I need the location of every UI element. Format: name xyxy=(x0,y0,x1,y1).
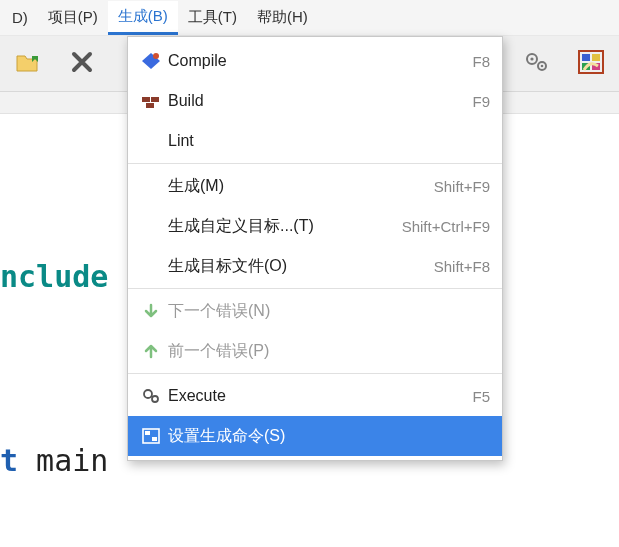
svg-point-10 xyxy=(153,53,159,59)
menu-compile[interactable]: Compile F8 xyxy=(128,41,502,81)
svg-point-15 xyxy=(152,396,158,402)
svg-rect-13 xyxy=(146,103,154,108)
menu-set-build-commands[interactable]: 设置生成命令(S) xyxy=(128,416,502,456)
arrow-up-icon xyxy=(136,342,166,360)
svg-rect-6 xyxy=(592,54,600,61)
menu-label: 生成目标文件(O) xyxy=(166,256,424,277)
menu-accel: Shift+Ctrl+F9 xyxy=(392,218,490,235)
menu-accel: Shift+F9 xyxy=(424,178,490,195)
svg-point-1 xyxy=(530,57,533,60)
menu-item-build[interactable]: 生成(B) xyxy=(108,1,178,35)
code-token: main xyxy=(18,443,108,478)
menu-accel: F8 xyxy=(462,53,490,70)
build-menu-dropdown: Compile F8 Build F9 Lint 生成(M) Shift+F9 … xyxy=(127,36,503,461)
menu-label: 生成自定义目标...(T) xyxy=(166,216,392,237)
close-icon xyxy=(71,51,93,76)
code-token: t xyxy=(0,443,18,478)
settings-button[interactable] xyxy=(523,50,551,78)
menu-build[interactable]: Build F9 xyxy=(128,81,502,121)
menu-item-tools[interactable]: 工具(T) xyxy=(178,2,247,33)
menu-make-object[interactable]: 生成目标文件(O) Shift+F8 xyxy=(128,246,502,286)
svg-rect-18 xyxy=(152,437,157,441)
code-token: nclude xyxy=(0,259,108,294)
compile-icon xyxy=(136,52,166,70)
menu-separator xyxy=(128,163,502,164)
menu-accel: F9 xyxy=(462,93,490,110)
menu-prev-error: 前一个错误(P) xyxy=(128,331,502,371)
menubar: D) 项目(P) 生成(B) 工具(T) 帮助(H) xyxy=(0,0,619,36)
menu-separator xyxy=(128,288,502,289)
menu-item-project[interactable]: 项目(P) xyxy=(38,2,108,33)
svg-rect-11 xyxy=(142,97,150,102)
menu-item-help[interactable]: 帮助(H) xyxy=(247,2,318,33)
svg-rect-12 xyxy=(151,97,159,102)
menu-label: Build xyxy=(166,92,462,110)
menu-label: 设置生成命令(S) xyxy=(166,426,490,447)
menu-accel: Shift+F8 xyxy=(424,258,490,275)
svg-rect-17 xyxy=(145,431,150,435)
build-icon xyxy=(136,93,166,109)
menu-label: Lint xyxy=(166,132,480,150)
menu-make-custom[interactable]: 生成自定义目标...(T) Shift+Ctrl+F9 xyxy=(128,206,502,246)
menu-separator xyxy=(128,373,502,374)
svg-point-3 xyxy=(541,65,544,68)
svg-point-14 xyxy=(144,390,152,398)
panel-icon xyxy=(136,428,166,444)
color-picker-icon xyxy=(578,50,604,77)
menu-label: 下一个错误(N) xyxy=(166,301,490,322)
menu-lint[interactable]: Lint xyxy=(128,121,502,161)
close-button[interactable] xyxy=(68,50,96,78)
gears-icon xyxy=(524,50,550,77)
menu-label: 生成(M) xyxy=(166,176,424,197)
menu-item-d[interactable]: D) xyxy=(2,3,38,32)
folder-open-icon xyxy=(15,50,41,77)
open-button[interactable] xyxy=(14,50,42,78)
menu-next-error: 下一个错误(N) xyxy=(128,291,502,331)
svg-rect-5 xyxy=(582,54,590,61)
color-picker-button[interactable] xyxy=(577,50,605,78)
menu-label: Execute xyxy=(166,387,462,405)
menu-accel: F5 xyxy=(462,388,490,405)
arrow-down-icon xyxy=(136,302,166,320)
menu-label: Compile xyxy=(166,52,462,70)
menu-label: 前一个错误(P) xyxy=(166,341,490,362)
gears-icon xyxy=(136,387,166,405)
menu-make[interactable]: 生成(M) Shift+F9 xyxy=(128,166,502,206)
menu-execute[interactable]: Execute F5 xyxy=(128,376,502,416)
